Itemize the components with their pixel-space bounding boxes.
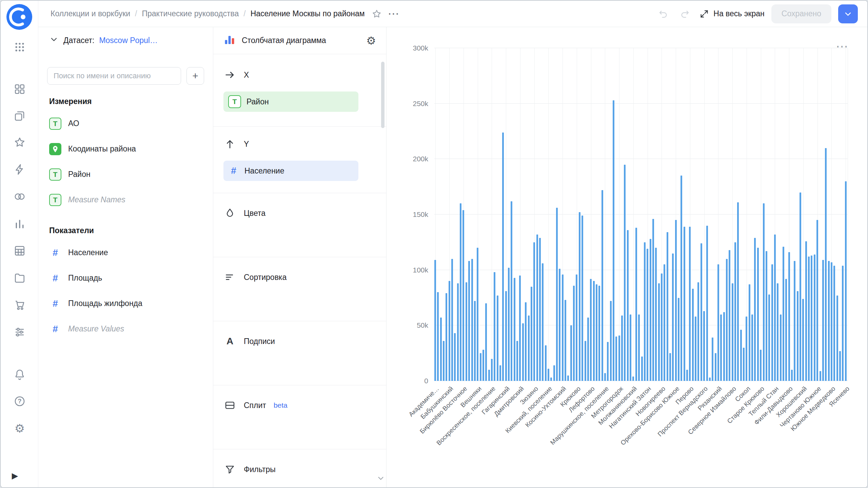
bar[interactable] [839,351,841,381]
bar[interactable] [471,259,473,381]
bar[interactable] [814,255,815,381]
bar[interactable] [667,232,668,381]
dimension-field-item[interactable]: TАО [47,111,204,136]
bar[interactable] [709,378,711,381]
bar[interactable] [443,341,445,381]
bar[interactable] [466,282,467,381]
bar[interactable] [576,274,577,381]
datasets-table-icon[interactable] [13,244,26,258]
bar[interactable] [754,238,756,381]
favorite-star-icon[interactable] [372,9,382,19]
dataset-collapse-chevron-icon[interactable] [49,35,59,46]
undo-icon[interactable] [656,6,671,21]
bar[interactable] [734,242,736,381]
field-search-input[interactable] [47,67,181,85]
bar[interactable] [641,357,643,381]
bar[interactable] [760,350,762,381]
bar[interactable] [703,311,705,381]
saved-button[interactable]: Сохранено [771,4,831,23]
bar[interactable] [559,269,560,381]
bar[interactable] [488,370,490,381]
bar[interactable] [587,318,589,381]
bar[interactable] [491,359,493,381]
breadcrumb-current-page[interactable]: Население Москвы по районам [251,9,365,18]
bar[interactable] [726,259,728,381]
bar[interactable] [434,260,436,381]
measure-field-item[interactable]: #Measure Values [47,316,204,342]
storage-folder-icon[interactable] [13,271,26,285]
charts-icon[interactable] [13,217,26,230]
marketplace-cart-icon[interactable] [13,298,26,312]
bar[interactable] [480,353,481,381]
config-section-row[interactable]: AПодписи [223,333,376,349]
bar[interactable] [621,316,623,381]
bar[interactable] [771,264,773,381]
config-section-row[interactable]: Сортировка [223,269,376,285]
bar[interactable] [768,294,770,381]
bar[interactable] [468,261,470,381]
bar[interactable] [684,227,685,381]
bar[interactable] [749,284,750,381]
bar[interactable] [604,373,606,381]
help-icon[interactable]: ? [13,394,26,408]
bar[interactable] [593,281,595,381]
bar[interactable] [482,350,484,381]
bar[interactable] [720,314,722,381]
bar[interactable] [780,314,782,381]
editor-lightning-icon[interactable] [13,163,26,176]
bar[interactable] [732,283,733,381]
bar[interactable] [746,317,747,381]
bar[interactable] [706,226,708,381]
bar[interactable] [655,248,657,381]
bar[interactable] [497,296,498,381]
bar[interactable] [763,203,765,381]
bar[interactable] [680,176,682,381]
config-section-row[interactable]: Сплитbeta [223,398,376,413]
bar[interactable] [672,253,674,381]
bar[interactable] [618,336,620,381]
favorites-star-icon[interactable] [13,136,26,149]
bar[interactable] [794,261,795,381]
bar[interactable] [508,268,510,381]
bar[interactable] [661,273,663,381]
bar[interactable] [788,252,790,381]
bar[interactable] [743,348,745,381]
chart-type-label[interactable]: Столбчатая диаграмма [242,36,326,45]
bar[interactable] [652,219,654,381]
bar[interactable] [585,341,586,381]
bar[interactable] [615,337,617,381]
apps-grid-icon[interactable] [13,40,26,54]
bar[interactable] [777,283,778,381]
bar[interactable] [669,353,671,381]
bar[interactable] [562,274,564,381]
y-field-pill[interactable]: # Население [223,161,358,181]
breadcrumb-guides[interactable]: Практические руководства [142,9,239,18]
bar[interactable] [474,301,476,381]
bar[interactable] [462,210,464,381]
bar[interactable] [579,212,580,381]
bar[interactable] [533,242,535,381]
column-chart-type-icon[interactable] [223,34,236,47]
bar[interactable] [632,377,634,381]
bar[interactable] [437,292,439,381]
bar[interactable] [697,282,699,381]
bar[interactable] [808,257,810,381]
bar[interactable] [845,181,847,381]
dashboards-icon[interactable] [13,82,26,96]
bar[interactable] [499,365,501,381]
bar[interactable] [783,247,784,381]
bar[interactable] [590,279,592,381]
save-dropdown-button[interactable] [838,4,858,23]
bar[interactable] [596,284,597,381]
dimension-field-item[interactable]: Коодинаты района [47,136,204,162]
bar[interactable] [494,272,495,381]
expand-rail-icon[interactable]: ▶ [8,469,22,483]
connections-icon[interactable] [13,190,26,203]
bar[interactable] [567,375,569,381]
bar[interactable] [627,230,629,381]
services-sliders-icon[interactable] [13,325,26,339]
bar[interactable] [449,281,450,381]
bar[interactable] [550,378,552,381]
bar[interactable] [715,353,716,381]
bar[interactable] [692,289,694,381]
